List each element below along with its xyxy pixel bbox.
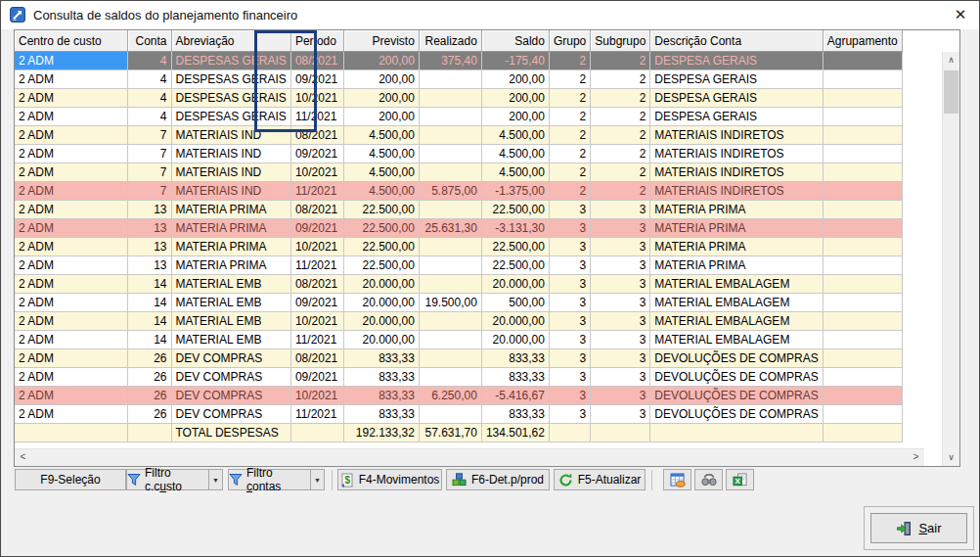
cell-grupo[interactable]: 3: [549, 312, 590, 331]
grid-export-button[interactable]: [663, 469, 691, 490]
cell-grupo[interactable]: 3: [549, 238, 590, 256]
cell-grupo[interactable]: 2: [549, 126, 590, 145]
table-row[interactable]: 2 ADM14MATERIAL EMB10/202120.000,0020.00…: [15, 312, 902, 331]
cell-abrev[interactable]: MATERIAL EMB: [171, 312, 290, 331]
horizontal-scrollbar[interactable]: < >: [15, 448, 924, 466]
cell-saldo[interactable]: 22.500,00: [481, 238, 549, 256]
cell-periodo[interactable]: 10/2021: [290, 163, 343, 182]
cell-periodo[interactable]: 10/2021: [290, 312, 343, 331]
cell-cc[interactable]: 2 ADM: [15, 219, 127, 238]
cell-previsto[interactable]: 833,33: [343, 349, 419, 368]
cell-descricao[interactable]: MATERIAIS INDIRETOS: [650, 126, 823, 145]
cell-periodo[interactable]: 11/2021: [290, 256, 343, 275]
cell-grupo[interactable]: 3: [549, 387, 590, 405]
cell-periodo[interactable]: [290, 424, 343, 442]
col-header-periodo[interactable]: Período: [290, 30, 343, 52]
cell-agrupamento[interactable]: [823, 126, 902, 145]
cell-conta[interactable]: 26: [127, 405, 171, 424]
cell-agrupamento[interactable]: [823, 424, 902, 442]
cell-saldo[interactable]: 20.000,00: [481, 331, 549, 349]
cell-cc[interactable]: 2 ADM: [15, 238, 127, 256]
cell-abrev[interactable]: MATERIAIS IND: [171, 126, 290, 145]
cell-abrev[interactable]: DEV COMPRAS: [171, 387, 290, 405]
cell-descricao[interactable]: DESPESA GERAIS: [650, 52, 823, 70]
cell-saldo[interactable]: 200,00: [481, 70, 549, 89]
cell-realizado[interactable]: [419, 405, 481, 424]
cell-agrupamento[interactable]: [823, 331, 902, 349]
cell-cc[interactable]: 2 ADM: [15, 126, 127, 145]
col-header-saldo[interactable]: Saldo: [481, 30, 549, 52]
cell-conta[interactable]: 26: [127, 349, 171, 368]
cell-conta[interactable]: [127, 424, 171, 442]
scroll-left-icon[interactable]: <: [15, 449, 31, 466]
cell-realizado[interactable]: 19.500,00: [419, 294, 481, 312]
cell-saldo[interactable]: 200,00: [481, 108, 549, 126]
cell-agrupamento[interactable]: [823, 294, 902, 312]
cell-previsto[interactable]: 4.500,00: [343, 163, 419, 182]
cell-descricao[interactable]: DESPESA GERAIS: [650, 108, 823, 126]
table-row[interactable]: 2 ADM13MATERIA PRIMA08/202122.500,0022.5…: [15, 201, 902, 219]
cell-agrupamento[interactable]: [823, 387, 902, 405]
cell-realizado[interactable]: [419, 349, 481, 368]
cell-agrupamento[interactable]: [823, 349, 902, 368]
cell-subgrupo[interactable]: 3: [591, 238, 650, 256]
cell-descricao[interactable]: DEVOLUÇÕES DE COMPRAS: [650, 368, 823, 387]
table-row[interactable]: 2 ADM7MATERIAIS IND08/20214.500,004.500,…: [15, 126, 902, 145]
cell-abrev[interactable]: DEV COMPRAS: [171, 405, 290, 424]
cell-agrupamento[interactable]: [823, 145, 902, 163]
cell-abrev[interactable]: DEV COMPRAS: [171, 349, 290, 368]
cell-abrev[interactable]: DESPESAS GERAIS: [171, 70, 290, 89]
cell-previsto[interactable]: 22.500,00: [343, 256, 419, 275]
total-row[interactable]: TOTAL DESPESAS192.133,3257.631,70134.501…: [15, 424, 902, 442]
cell-conta[interactable]: 4: [127, 89, 171, 108]
cell-descricao[interactable]: [650, 424, 823, 442]
cell-conta[interactable]: 4: [127, 70, 171, 89]
cell-cc[interactable]: 2 ADM: [15, 368, 127, 387]
cell-subgrupo[interactable]: 3: [591, 349, 650, 368]
cell-descricao[interactable]: MATERIAIS INDIRETOS: [650, 182, 823, 201]
cell-conta[interactable]: 7: [127, 182, 171, 201]
col-header-centro-de-custo[interactable]: Centro de custo: [15, 30, 127, 52]
cell-realizado[interactable]: 25.631,30: [419, 219, 481, 238]
cell-subgrupo[interactable]: 2: [591, 126, 650, 145]
table-row[interactable]: 2 ADM14MATERIAL EMB08/202120.000,0020.00…: [15, 275, 902, 294]
cell-agrupamento[interactable]: [823, 238, 902, 256]
cell-abrev[interactable]: DESPESAS GERAIS: [171, 52, 290, 70]
cell-periodo[interactable]: 09/2021: [290, 294, 343, 312]
cell-descricao[interactable]: MATERIAIS INDIRETOS: [650, 163, 823, 182]
cell-grupo[interactable]: 3: [549, 275, 590, 294]
cell-realizado[interactable]: 375,40: [419, 52, 481, 70]
cell-realizado[interactable]: 6.250,00: [419, 387, 481, 405]
cell-previsto[interactable]: 20.000,00: [343, 294, 419, 312]
table-row[interactable]: 2 ADM4DESPESAS GERAIS09/2021200,00200,00…: [15, 70, 902, 89]
cell-grupo[interactable]: 2: [549, 89, 590, 108]
sair-button[interactable]: Sair: [870, 513, 967, 543]
col-header-grupo[interactable]: Grupo: [549, 30, 590, 52]
cell-conta[interactable]: 7: [127, 145, 171, 163]
cell-subgrupo[interactable]: 3: [591, 368, 650, 387]
cell-subgrupo[interactable]: 3: [591, 312, 650, 331]
cell-cc[interactable]: 2 ADM: [15, 405, 127, 424]
cell-previsto[interactable]: 833,33: [343, 387, 419, 405]
cell-subgrupo[interactable]: 2: [591, 108, 650, 126]
cell-descricao[interactable]: MATERIAL EMBALAGEM: [650, 312, 823, 331]
col-header-previsto[interactable]: Previsto: [343, 30, 419, 52]
cell-realizado[interactable]: [419, 312, 481, 331]
cell-abrev[interactable]: MATERIAIS IND: [171, 145, 290, 163]
cell-cc[interactable]: 2 ADM: [15, 201, 127, 219]
cell-periodo[interactable]: 09/2021: [290, 368, 343, 387]
cell-previsto[interactable]: 200,00: [343, 108, 419, 126]
table-row[interactable]: 2 ADM14MATERIAL EMB11/202120.000,0020.00…: [15, 331, 902, 349]
cell-conta[interactable]: 13: [127, 219, 171, 238]
cell-cc[interactable]: 2 ADM: [15, 349, 127, 368]
cell-subgrupo[interactable]: [591, 424, 650, 442]
cell-realizado[interactable]: [419, 89, 481, 108]
cell-descricao[interactable]: MATERIA PRIMA: [650, 219, 823, 238]
cell-abrev[interactable]: MATERIAL EMB: [171, 331, 290, 349]
cell-descricao[interactable]: DEVOLUÇÕES DE COMPRAS: [650, 349, 823, 368]
scroll-right-icon[interactable]: >: [908, 449, 924, 466]
cell-agrupamento[interactable]: [823, 163, 902, 182]
cell-periodo[interactable]: 10/2021: [290, 89, 343, 108]
cell-subgrupo[interactable]: 3: [591, 256, 650, 275]
cell-realizado[interactable]: [419, 201, 481, 219]
